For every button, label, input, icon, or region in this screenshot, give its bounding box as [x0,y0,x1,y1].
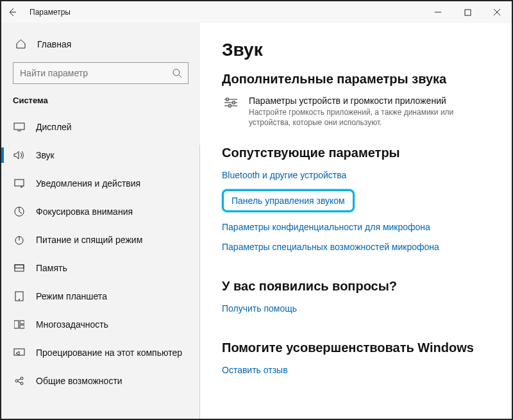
sidebar-item-label: Общие возможности [36,376,122,386]
search-box[interactable] [13,62,189,84]
close-icon [493,8,501,16]
maximize-icon [464,9,471,16]
related-link[interactable]: Bluetooth и другие устройства [222,170,346,180]
sidebar-item-label: Режим планшета [36,291,107,301]
shared-icon [13,376,26,386]
minimize-button[interactable] [423,1,453,23]
sliders-icon [222,96,240,108]
close-button[interactable] [482,1,512,23]
sidebar-item-label: Память [36,263,67,273]
help-heading: У вас появились вопросы? [222,279,496,294]
main-content: Звук Дополнительные параметры звука Пара… [200,23,512,419]
sidebar-item-label: Уведомления и действия [36,178,140,189]
svg-rect-6 [15,265,24,268]
sidebar-item-label: Фокусировка внимания [36,206,133,217]
settings-window: Параметры Главная [0,0,513,420]
sidebar-item-label: Проецирование на этот компьютер [36,348,182,358]
sidebar-item-shared[interactable]: Общие возможности [1,367,200,395]
get-help-link[interactable]: Получить помощь [222,303,297,314]
feedback-section: Помогите усовершенствовать Windows Остав… [222,340,496,384]
sidebar-nav: Дисплей Звук Уведомления и действия Фоку… [1,113,200,419]
tablet-icon [13,291,26,301]
sidebar-item-projecting[interactable]: Проецирование на этот компьютер [1,339,200,367]
sidebar-item-focus[interactable]: Фокусировка внимания [1,197,200,226]
sidebar-group-label: Система [1,96,200,113]
home-label: Главная [37,39,71,49]
related-section: Сопутствующие параметры Bluetooth и друг… [222,146,496,261]
titlebar: Параметры [1,1,512,23]
svg-rect-18 [229,105,231,107]
advanced-section: Дополнительные параметры звука Параметры… [222,72,496,128]
sidebar-item-label: Дисплей [36,122,72,132]
svg-point-1 [173,69,180,76]
sidebar-item-storage[interactable]: Память [1,254,200,282]
svg-rect-11 [20,325,24,328]
home-icon [14,38,27,49]
svg-point-14 [21,377,23,380]
arrow-left-icon [7,7,17,17]
device-volume-card[interactable]: Параметры устройств и громкости приложен… [222,96,496,128]
related-link[interactable]: Параметры специальных возможностей микро… [222,242,439,252]
related-heading: Сопутствующие параметры [222,146,496,160]
help-section: У вас появились вопросы? Получить помощь [222,279,496,323]
svg-rect-16 [226,98,228,101]
maximize-button[interactable] [453,1,482,23]
sidebar-item-label: Питание и спящий режим [36,235,142,245]
highlighted-link[interactable]: Панель управления звуком [222,189,355,212]
minimize-icon [434,8,442,16]
sound-icon [13,150,26,160]
sidebar: Главная Система Дисплей Звук [1,23,200,419]
svg-rect-3 [15,180,24,186]
svg-point-13 [15,380,18,382]
sidebar-item-tablet[interactable]: Режим планшета [1,282,200,310]
page-title: Звук [222,40,496,60]
sidebar-item-power[interactable]: Питание и спящий режим [1,226,200,254]
sidebar-item-notifications[interactable]: Уведомления и действия [1,169,200,197]
sidebar-item-display[interactable]: Дисплей [1,113,200,141]
back-button[interactable] [1,1,23,23]
display-icon [13,122,26,131]
sidebar-item-label: Звук [36,150,55,160]
search-input[interactable] [13,68,166,78]
focus-icon [13,206,26,217]
home-link[interactable]: Главная [1,35,200,53]
search-icon [166,63,188,83]
svg-rect-17 [233,101,235,104]
window-title: Параметры [29,8,71,17]
svg-rect-0 [465,10,471,15]
storage-icon [13,263,26,273]
advanced-heading: Дополнительные параметры звука [222,72,496,87]
svg-rect-10 [20,321,24,324]
power-icon [13,235,26,245]
multitask-icon [13,320,26,329]
device-card-title: Параметры устройств и громкости приложен… [249,96,480,106]
feedback-heading: Помогите усовершенствовать Windows [222,340,496,355]
sidebar-item-sound[interactable]: Звук [1,141,200,169]
related-links: Bluetooth и другие устройстваПанель упра… [222,169,496,261]
svg-point-15 [21,382,23,385]
device-card-subtitle: Настройте громкость приложений, а также … [249,107,480,128]
related-link[interactable]: Параметры конфиденциальности для микрофо… [222,222,430,232]
svg-point-8 [19,299,20,300]
notifications-icon [13,178,26,189]
svg-rect-9 [14,321,19,328]
projecting-icon [13,348,26,357]
sidebar-item-multitask[interactable]: Многозадачность [1,310,200,339]
svg-rect-2 [14,123,24,130]
feedback-link[interactable]: Оставить отзыв [222,365,288,375]
sidebar-item-label: Многозадачность [36,319,108,330]
related-link[interactable]: Панель управления звуком [231,196,345,206]
